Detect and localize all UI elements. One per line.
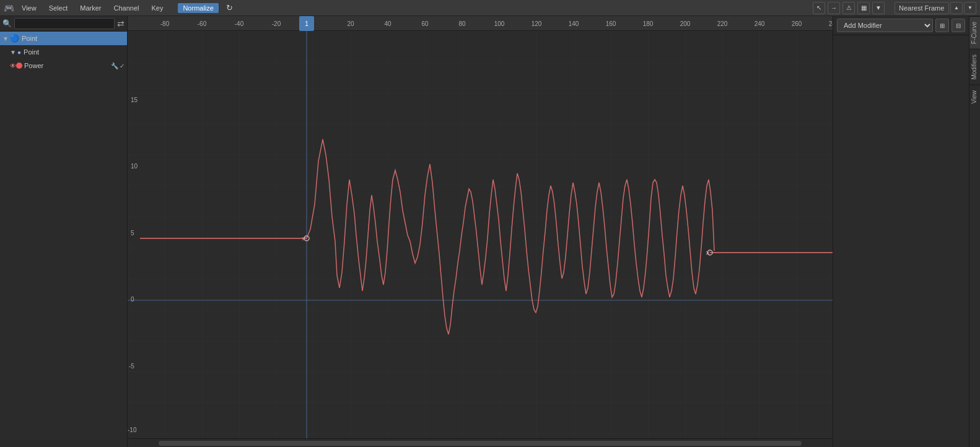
nearest-frame-up[interactable]: ▲ (950, 2, 963, 14)
vtab-modifiers[interactable]: Modifiers (969, 49, 980, 85)
eye-icon[interactable]: 👁 (10, 63, 16, 69)
menu-key[interactable]: Key (146, 3, 168, 13)
circle-icon: ● (17, 49, 21, 56)
check-icon[interactable]: ✓ (120, 63, 125, 69)
svg-text:10: 10 (131, 163, 138, 170)
svg-text:0: 0 (131, 296, 134, 303)
search-input[interactable] (14, 18, 115, 29)
modifier-panel: Add Modifier ⊞ ⊟ (833, 16, 969, 447)
svg-text:-5: -5 (129, 363, 134, 370)
svg-text:-10: -10 (128, 427, 137, 433)
channel-name-power: Power (24, 62, 43, 69)
cursor-icon-btn[interactable]: ↖ (813, 2, 825, 14)
svg-text:60: 60 (421, 20, 429, 27)
graph-area: -80 -60 -40 -20 1 20 40 60 80 100 120 14… (128, 16, 833, 447)
modifier-panel-header: Add Modifier ⊞ ⊟ (833, 16, 969, 35)
arrow-icon-btn[interactable]: → (828, 2, 840, 14)
menu-select[interactable]: Select (44, 3, 73, 13)
filter-icon-btn[interactable]: ▼ (872, 2, 885, 14)
nearest-frame-wrapper: Nearest Frame ▲ ▼ (895, 2, 976, 14)
svg-text:280: 280 (829, 20, 833, 27)
svg-text:15: 15 (131, 97, 138, 103)
svg-text:5: 5 (131, 230, 134, 237)
search-bar: 🔍 ⇄ (0, 16, 127, 32)
normalize-button[interactable]: Normalize (178, 3, 219, 13)
search-icon: 🔍 (2, 19, 12, 28)
nearest-frame-select[interactable]: Nearest Frame (895, 2, 949, 14)
channel-name-point-root: Point (22, 35, 37, 42)
svg-text:80: 80 (458, 20, 466, 27)
main-area: 🔍 ⇄ ▼ 🔵 Point ▼ ● Point 👁 Power 🔧 ✓ (0, 16, 980, 447)
svg-text:160: 160 (606, 20, 616, 27)
bottom-scrollbar[interactable] (128, 438, 833, 447)
toolbar-right: ↖ → ⚠ ▦ ▼ Nearest Frame ▲ ▼ (813, 2, 976, 14)
svg-text:-60: -60 (198, 20, 207, 27)
red-dot (16, 63, 22, 69)
top-toolbar: 🎮 View Select Marker Channel Key Normali… (0, 0, 980, 16)
swap-icon[interactable]: ⇄ (117, 19, 125, 28)
svg-text:100: 100 (494, 20, 505, 27)
blender-icon[interactable]: 🎮 (4, 3, 14, 13)
channel-name-point-child: Point (24, 48, 39, 56)
menu-marker[interactable]: Marker (75, 3, 106, 13)
vtab-view[interactable]: View (969, 85, 980, 109)
svg-text:180: 180 (643, 20, 654, 27)
svg-text:-40: -40 (235, 20, 244, 27)
object-icon: 🔵 (10, 34, 19, 43)
channel-actions-power: 🔧 ✓ (111, 63, 125, 69)
svg-text:260: 260 (792, 20, 802, 27)
svg-text:20: 20 (347, 20, 354, 27)
refresh-button[interactable]: ↻ (221, 2, 238, 14)
channel-item-point-child[interactable]: ▼ ● Point (0, 45, 127, 59)
svg-text:120: 120 (532, 20, 542, 27)
svg-text:240: 240 (755, 20, 765, 27)
right-sidebar: Add Modifier ⊞ ⊟ F-Curve Modifiers View (833, 16, 980, 447)
channel-item-point-root[interactable]: ▼ 🔵 Point (0, 32, 127, 45)
warning-icon-btn[interactable]: ⚠ (842, 2, 855, 14)
add-modifier-dropdown[interactable]: Add Modifier (837, 19, 933, 32)
svg-rect-23 (128, 31, 833, 438)
graph-svg: 15 10 5 0 -5 -10 × × (128, 31, 833, 438)
expand-icon[interactable]: ▼ (2, 35, 10, 42)
vertical-tabs: F-Curve Modifiers View (969, 16, 980, 447)
nearest-frame-down[interactable]: ▼ (964, 2, 976, 14)
vtab-fcurve[interactable]: F-Curve (969, 16, 980, 49)
grid-icon-btn[interactable]: ▦ (857, 2, 870, 14)
modifier-icon-btn-1[interactable]: ⊞ (935, 19, 949, 32)
menu-view[interactable]: View (17, 3, 42, 13)
svg-text:40: 40 (384, 20, 392, 27)
graph-canvas[interactable]: 15 10 5 0 -5 -10 × × (128, 31, 833, 438)
modifier-content (833, 35, 969, 447)
left-panel: 🔍 ⇄ ▼ 🔵 Point ▼ ● Point 👁 Power 🔧 ✓ (0, 16, 128, 447)
menu-channel[interactable]: Channel (108, 3, 144, 13)
svg-text:-80: -80 (160, 20, 170, 27)
svg-text:140: 140 (569, 20, 579, 27)
modifier-icon-btn-2[interactable]: ⊟ (952, 19, 965, 32)
frame-ruler: -80 -60 -40 -20 1 20 40 60 80 100 120 14… (128, 16, 833, 31)
svg-text:1: 1 (305, 20, 308, 27)
expand-icon-child[interactable]: ▼ (10, 49, 17, 56)
wrench-icon[interactable]: 🔧 (111, 63, 118, 69)
svg-text:200: 200 (680, 20, 691, 27)
svg-text:-20: -20 (272, 20, 281, 27)
svg-text:220: 220 (717, 20, 728, 27)
channel-item-power[interactable]: 👁 Power 🔧 ✓ (0, 59, 127, 72)
